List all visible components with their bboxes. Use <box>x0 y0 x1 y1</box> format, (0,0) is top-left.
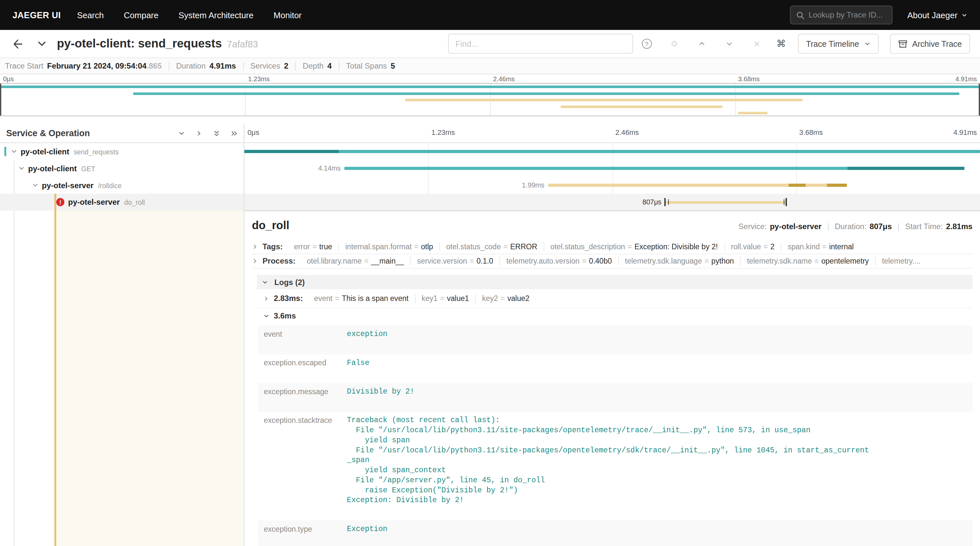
kv-key-label: key1 <box>422 294 438 303</box>
chevron-down-icon[interactable] <box>11 148 18 155</box>
equals-sign: = <box>469 257 474 265</box>
process-item: telemetry.sdk.name=opentelemetry <box>741 257 876 265</box>
summary-value: February 21 2024, 09:54:04 <box>47 62 146 70</box>
prev-result-icon[interactable] <box>688 40 716 48</box>
about-jaeger-menu[interactable]: About Jaeger <box>907 10 967 20</box>
summary-value-suffix: .865 <box>146 62 162 70</box>
jaeger-trace-page: JAEGER UI SearchCompareSystem Architectu… <box>0 0 980 546</box>
span-rows: 4.14ms1.99ms807μs <box>245 143 980 211</box>
column-resizer[interactable] <box>243 124 245 546</box>
log-entry-collapsed[interactable]: 2.83ms: event=This is a span eventkey1=v… <box>257 289 972 308</box>
minimap-canvas[interactable] <box>0 83 980 116</box>
search-icon <box>796 11 804 19</box>
keyboard-shortcuts-icon[interactable]: ⌘ <box>771 38 792 49</box>
kv-value-label: 0.40b0 <box>589 257 612 265</box>
span-bar-segment <box>848 167 965 170</box>
nav-item-compare[interactable]: Compare <box>114 0 169 30</box>
kv-value: Divisible by 2! <box>347 383 972 411</box>
tag-item: span.kind=internal <box>781 243 860 251</box>
service-operation-title: Service & Operation <box>6 128 90 138</box>
timeline-column: 0μs1.23ms2.46ms3.68ms4.91ms 4.14ms1.99ms… <box>245 124 980 546</box>
tree-row[interactable]: py-otel-clientsend_requests <box>0 143 244 160</box>
service-name: py-otel-server <box>42 181 94 189</box>
clear-find-icon[interactable]: ✕ <box>743 39 771 48</box>
chevron-down-icon <box>262 279 268 285</box>
kv-key-label: key2 <box>482 294 498 303</box>
tree-row[interactable]: !py-otel-serverdo_roll <box>0 194 244 211</box>
summary-item: Depth4 <box>295 62 339 70</box>
kv-value-label: python <box>711 257 734 265</box>
log-entry-expanded[interactable]: 3.6ms <box>257 308 972 324</box>
find-input[interactable] <box>448 34 633 54</box>
diamond-icon[interactable] <box>660 40 688 48</box>
minimap-drag-handle[interactable] <box>0 84 1 116</box>
kv-key: exception.message <box>258 383 347 411</box>
kv-value-label: value1 <box>447 294 469 303</box>
log-marker-tick <box>668 199 669 205</box>
trace-id-search[interactable] <box>790 6 892 24</box>
span-bar-row[interactable]: 4.14ms <box>245 160 980 177</box>
kv-key-label: telemetry.sdk.language <box>625 257 702 265</box>
archive-trace-button[interactable]: Archive Trace <box>889 34 970 54</box>
kv-value-label: __main__ <box>371 257 404 265</box>
summary-label: Total Spans <box>346 62 387 70</box>
equals-sign: = <box>764 243 768 251</box>
equals-sign: = <box>822 243 827 251</box>
trace-title: py-otel-client: send_requests 7afaf83 <box>57 37 258 50</box>
trace-timeline-minimap: 0μs1.23ms2.46ms3.68ms4.91ms <box>0 75 980 116</box>
tag-item: error=true <box>288 243 339 251</box>
span-bar-segment <box>827 184 847 187</box>
kv-key-label: service.version <box>417 257 467 265</box>
logs-label: Logs (2) <box>274 278 305 286</box>
back-button[interactable] <box>12 38 23 49</box>
equals-sign: = <box>440 294 444 303</box>
trace-id-search-input[interactable] <box>809 11 886 19</box>
detail-meta-label: Start Time: <box>905 222 943 231</box>
tree-row[interactable]: py-otel-clientGET <box>0 160 244 177</box>
archive-trace-label: Archive Trace <box>912 39 962 48</box>
log-field-item: key2=value2 <box>476 294 536 303</box>
nav-item-search[interactable]: Search <box>67 0 114 30</box>
minimap-drag-handle[interactable] <box>979 84 980 116</box>
tag-item: roll.value=2 <box>725 243 781 251</box>
log-timestamp: 2.83ms: <box>274 294 303 303</box>
collapse-trace-header-icon[interactable] <box>37 39 47 49</box>
chevron-down-icon[interactable] <box>18 165 25 171</box>
span-bar <box>245 150 980 153</box>
app-logo[interactable]: JAEGER UI <box>12 10 61 20</box>
span-bar-row[interactable] <box>245 143 980 160</box>
collapse-all-icon[interactable] <box>213 130 220 136</box>
kv-key-label: telemetry.sdk.name <box>747 257 812 265</box>
gridline <box>245 84 245 116</box>
logs-accordion[interactable]: Logs (2) <box>257 275 972 289</box>
nav-item-system-architecture[interactable]: System Architecture <box>169 0 263 30</box>
nav-item-monitor[interactable]: Monitor <box>263 0 312 30</box>
detail-meta-label: Duration: <box>835 222 867 231</box>
trace-view-selector[interactable]: Trace Timeline <box>798 34 878 54</box>
expand-one-icon[interactable] <box>196 130 202 136</box>
chevron-down-icon[interactable] <box>32 182 39 189</box>
equals-sign: = <box>582 257 586 265</box>
timeline-tick: 2.46ms <box>493 75 515 83</box>
process-item: service.version=0.1.0 <box>411 257 500 265</box>
collapse-one-icon[interactable] <box>178 130 185 136</box>
process-accordion[interactable]: Process: otel.library.name=__main__servi… <box>252 254 972 268</box>
next-result-icon[interactable] <box>715 40 743 48</box>
expand-all-icon[interactable] <box>231 130 237 136</box>
tags-accordion[interactable]: Tags: error=trueinternal.span.format=otl… <box>252 240 972 254</box>
span-bar-row[interactable]: 807μs <box>245 194 980 211</box>
kv-key-label: otel.status_code <box>446 243 501 251</box>
span-bar-row[interactable]: 1.99ms <box>245 177 980 194</box>
chevron-right-icon <box>252 258 258 264</box>
help-icon[interactable]: ? <box>633 39 661 49</box>
kv-value-label: This is a span event <box>342 294 408 303</box>
span-names-header: Service & Operation <box>0 124 244 143</box>
summary-value: 2 <box>284 62 288 70</box>
span-bar-endcap <box>786 198 787 206</box>
tree-row[interactable]: py-otel-server/rolldice <box>0 177 244 194</box>
summary-value: 4.91ms <box>209 62 236 70</box>
tree-rows: py-otel-clientsend_requestspy-otel-clien… <box>0 143 244 211</box>
nav-menu: SearchCompareSystem ArchitectureMonitor <box>67 0 312 30</box>
timeline-tick: 4.91ms <box>953 129 977 136</box>
equals-sign: = <box>503 243 508 251</box>
